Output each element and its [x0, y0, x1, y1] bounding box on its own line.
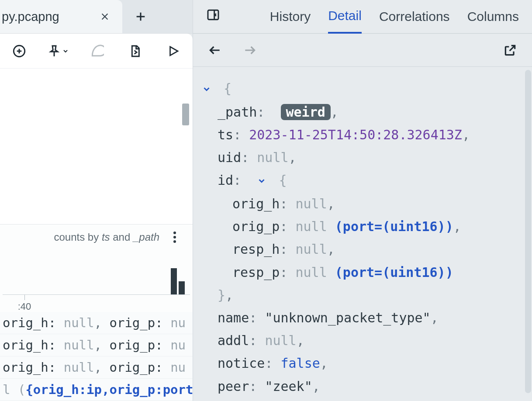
run-button[interactable] — [163, 41, 184, 62]
scrollbar[interactable] — [525, 70, 531, 393]
back-button[interactable] — [206, 41, 224, 59]
chart-canvas[interactable] — [0, 246, 193, 294]
scrollbar-thumb[interactable] — [182, 104, 189, 125]
chart-caption: counts by ts and _path — [54, 231, 159, 243]
arrow-right-icon — [243, 43, 257, 57]
detail-tabs: History Detail Correlations Columns — [193, 0, 532, 34]
more-vertical-icon — [173, 231, 176, 243]
tab-session[interactable]: py.pcapng — [0, 0, 122, 33]
svg-point-2 — [173, 236, 176, 239]
tab-correlations[interactable]: Correlations — [379, 0, 450, 33]
quarter-shape-icon — [90, 44, 104, 58]
histogram-panel: counts by ts and _path :40 — [0, 224, 193, 312]
forward-button — [241, 41, 259, 59]
export-button[interactable] — [125, 41, 146, 62]
chart-bar — [179, 281, 185, 294]
chevron-down-icon — [202, 84, 211, 94]
collapse-id-toggle[interactable] — [257, 170, 266, 193]
name-value[interactable]: "unknown_packet_type" — [265, 310, 430, 325]
table-row[interactable]: orig_h: null, orig_p: nu — [0, 356, 193, 379]
svg-point-3 — [173, 240, 176, 243]
tab-title: py.pcapng — [0, 10, 59, 24]
svg-point-1 — [173, 232, 176, 234]
tab-detail[interactable]: Detail — [328, 0, 362, 34]
toggle-sidebar-button[interactable] — [206, 8, 224, 25]
left-toolbar — [0, 34, 193, 69]
open-external-icon — [503, 43, 517, 57]
detail-nav — [193, 34, 532, 67]
svg-rect-4 — [208, 10, 218, 19]
detail-json: { _path: weird, ts: 2023-11-25T14:50:28.… — [193, 67, 532, 401]
pin-button[interactable] — [47, 44, 69, 58]
chart-x-axis: :40 — [3, 294, 190, 312]
new-tab-button[interactable] — [128, 3, 154, 30]
table-row[interactable]: orig_h: null, orig_p: nu — [0, 312, 193, 334]
close-tab-button[interactable] — [96, 8, 114, 25]
chevron-down-icon — [257, 176, 266, 186]
editor-area[interactable] — [0, 69, 193, 224]
shape-button[interactable] — [86, 41, 107, 62]
path-badge[interactable]: weird — [281, 104, 331, 120]
arrow-left-icon — [208, 43, 222, 57]
plus-icon — [135, 10, 147, 23]
circle-plus-icon — [12, 44, 26, 58]
pin-icon — [47, 44, 61, 58]
x-tick-label: :40 — [18, 301, 31, 312]
chevron-down-icon — [62, 48, 69, 55]
results-rows: orig_h: null, orig_p: nu orig_h: null, o… — [0, 312, 193, 401]
tabs-bar: py.pcapng — [0, 0, 193, 34]
collapse-root-toggle[interactable] — [202, 78, 211, 101]
table-row[interactable]: orig_h: null, orig_p: nu — [0, 334, 193, 356]
close-icon — [100, 12, 110, 21]
play-icon — [167, 45, 180, 58]
chart-bar — [171, 268, 177, 294]
tab-history[interactable]: History — [270, 0, 311, 33]
file-export-icon — [128, 44, 142, 58]
table-row-selected[interactable]: l ({orig_h:ip,orig_p:port — [0, 379, 193, 401]
ts-value[interactable]: 2023-11-25T14:50:28.326413Z — [249, 127, 462, 142]
tab-columns[interactable]: Columns — [467, 0, 519, 33]
chart-menu-button[interactable] — [168, 231, 181, 244]
open-external-button[interactable] — [501, 41, 519, 59]
panel-right-icon — [206, 8, 220, 22]
add-query-button[interactable] — [9, 41, 30, 62]
